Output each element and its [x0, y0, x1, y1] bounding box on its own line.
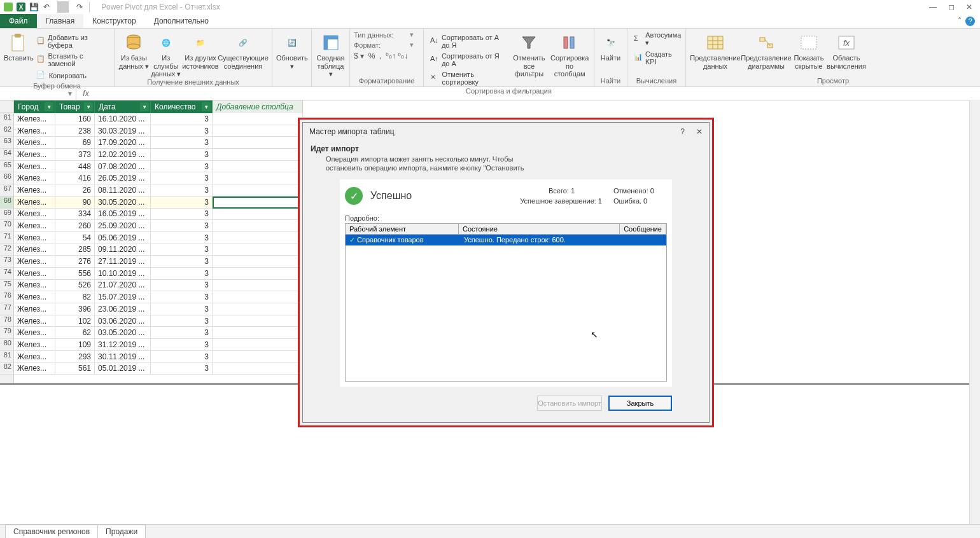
minimize-icon[interactable]: —: [929, 3, 937, 11]
cell[interactable]: 62: [55, 327, 95, 339]
add-column-cell[interactable]: [213, 256, 303, 268]
cell[interactable]: Желез...: [14, 184, 55, 197]
autosum-button[interactable]: ΣАвтосумма ▾: [631, 30, 685, 48]
sort-za-button[interactable]: A↑Сортировать от Я до А: [428, 51, 509, 69]
filter-dropdown-icon[interactable]: ▾: [202, 102, 211, 111]
row-number[interactable]: 66: [0, 172, 13, 184]
tab-advanced[interactable]: Дополнительно: [145, 14, 218, 28]
cell[interactable]: 276: [55, 256, 95, 268]
cell[interactable]: Желез...: [14, 351, 55, 363]
paste-replace-button[interactable]: 📋Вставить с заменой: [34, 51, 110, 69]
cell[interactable]: 07.08.2020 ...: [95, 161, 151, 173]
cell[interactable]: 3: [151, 315, 213, 328]
add-from-buffer-button[interactable]: 📋Добавить из буфера: [34, 32, 110, 50]
add-column-cell[interactable]: [213, 327, 303, 339]
row-number[interactable]: 81: [0, 351, 13, 363]
row-number[interactable]: 64: [0, 149, 13, 161]
cell[interactable]: 3: [151, 209, 213, 221]
add-column-cell[interactable]: [213, 351, 303, 363]
cell[interactable]: 3: [151, 232, 213, 244]
cell[interactable]: 3: [151, 197, 213, 209]
data-view-button[interactable]: Представление данных: [690, 31, 741, 70]
paste-button[interactable]: Вставить: [4, 31, 34, 62]
cell[interactable]: 3: [151, 303, 213, 315]
add-column-cell[interactable]: [213, 280, 303, 292]
cell[interactable]: Желез...: [14, 268, 55, 280]
row-number[interactable]: 72: [0, 244, 13, 256]
cell[interactable]: 21.07.2020 ...: [95, 280, 151, 292]
close-button[interactable]: Закрыть: [608, 396, 672, 411]
cell[interactable]: 160: [55, 113, 95, 125]
cell[interactable]: 448: [55, 161, 95, 173]
filter-dropdown-icon[interactable]: ▾: [84, 102, 93, 111]
cell[interactable]: 3: [151, 220, 213, 232]
cell[interactable]: 102: [55, 315, 95, 328]
cell[interactable]: Желез...: [14, 113, 55, 125]
from-service-button[interactable]: 🌐Из службы данных ▾: [150, 31, 183, 78]
row-number[interactable]: 82: [0, 362, 13, 375]
cell[interactable]: Желез...: [14, 172, 55, 184]
row-number[interactable]: 71: [0, 232, 13, 244]
cell[interactable]: 08.11.2020 ...: [95, 184, 151, 197]
cell[interactable]: 396: [55, 303, 95, 315]
from-other-button[interactable]: 📁Из других источников: [183, 31, 218, 70]
cell[interactable]: Желез...: [14, 327, 55, 339]
tab-file[interactable]: Файл: [0, 14, 37, 28]
cell[interactable]: 416: [55, 172, 95, 184]
dialog-close-icon[interactable]: ✕: [696, 127, 703, 136]
add-column-cell[interactable]: [213, 197, 303, 209]
sort-az-button[interactable]: A↓Сортировать от А до Я: [428, 32, 509, 50]
format-symbols[interactable]: $ ▾ % , ⁰₀↑ ⁰₀↓: [354, 50, 419, 60]
existing-conn-button[interactable]: 🔗Существующие соединения: [218, 31, 268, 70]
copy-button[interactable]: 📄Копировать: [34, 69, 110, 82]
row-number[interactable]: 63: [0, 137, 13, 149]
cell[interactable]: 3: [151, 161, 213, 173]
cell[interactable]: 54: [55, 232, 95, 244]
cell[interactable]: Желез...: [14, 291, 55, 303]
cell[interactable]: 82: [55, 291, 95, 303]
sheet-tab-regions[interactable]: Справочник регионов: [5, 525, 98, 538]
cell[interactable]: 3: [151, 113, 213, 125]
cell[interactable]: 23.06.2019 ...: [95, 303, 151, 315]
tab-home[interactable]: Главная: [37, 14, 84, 28]
row-number[interactable]: 73: [0, 256, 13, 268]
cell[interactable]: 3: [151, 291, 213, 303]
cell[interactable]: 3: [151, 172, 213, 184]
cell[interactable]: 373: [55, 149, 95, 161]
add-column-cell[interactable]: [213, 362, 303, 375]
cell[interactable]: Желез...: [14, 209, 55, 221]
add-column-cell[interactable]: [213, 113, 303, 125]
column-header[interactable]: Количество▾: [151, 100, 213, 113]
add-column-cell[interactable]: [213, 220, 303, 232]
cell[interactable]: 556: [55, 268, 95, 280]
add-column-cell[interactable]: [213, 315, 303, 328]
vertical-scrollbar[interactable]: [969, 100, 980, 524]
cell[interactable]: Желез...: [14, 362, 55, 375]
cell[interactable]: 09.11.2020 ...: [95, 244, 151, 256]
cell[interactable]: Желез...: [14, 137, 55, 149]
cell[interactable]: 17.09.2020 ...: [95, 137, 151, 149]
cell[interactable]: 16.05.2019 ...: [95, 209, 151, 221]
row-number[interactable]: 67: [0, 184, 13, 197]
column-header[interactable]: Товар▾: [55, 100, 95, 113]
save-icon[interactable]: 💾: [28, 1, 39, 13]
sort-by-column-button[interactable]: Сортировка по столбцам: [549, 31, 590, 78]
redo-icon[interactable]: ↷: [74, 1, 85, 13]
add-column-cell[interactable]: [213, 172, 303, 184]
row-number[interactable]: 65: [0, 161, 13, 173]
cell[interactable]: Желез...: [14, 280, 55, 292]
create-kpi-button[interactable]: 📊Создать KPI: [631, 49, 682, 67]
add-column-cell[interactable]: [213, 291, 303, 303]
find-button[interactable]: 🔭Найти: [598, 31, 623, 62]
cell[interactable]: 3: [151, 137, 213, 149]
add-column-cell[interactable]: [213, 339, 303, 351]
cell[interactable]: Желез...: [14, 244, 55, 256]
maximize-icon[interactable]: ◻: [948, 3, 955, 11]
cell[interactable]: 69: [55, 137, 95, 149]
cell[interactable]: 109: [55, 339, 95, 351]
cell[interactable]: 285: [55, 244, 95, 256]
cell[interactable]: 3: [151, 339, 213, 351]
cell[interactable]: 30.11.2019 ...: [95, 351, 151, 363]
add-column-cell[interactable]: [213, 184, 303, 197]
add-column-cell[interactable]: [213, 125, 303, 137]
